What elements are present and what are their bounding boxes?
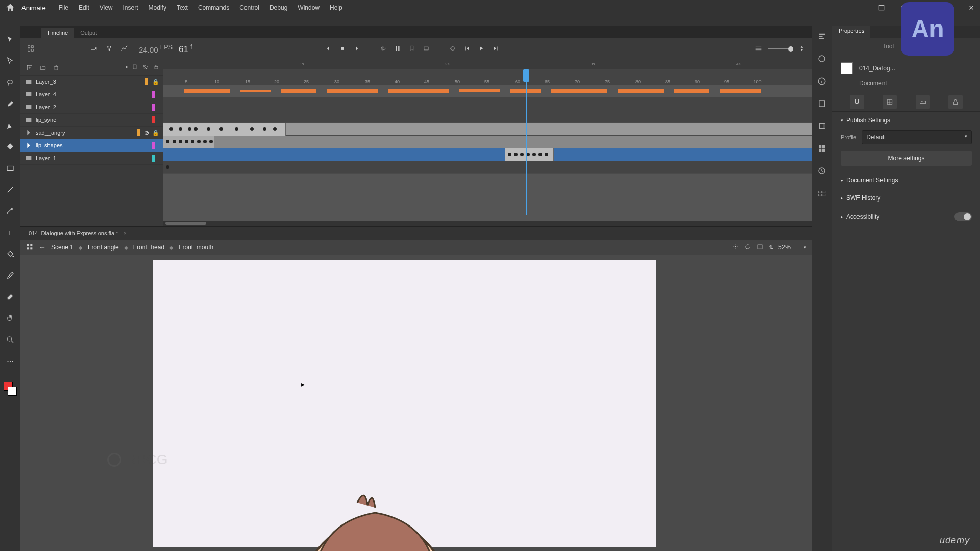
rotate-stage-icon[interactable] <box>744 243 751 252</box>
eraser-tool-icon[interactable] <box>4 291 16 303</box>
outline-icon[interactable] <box>132 64 138 72</box>
workspace-icon[interactable] <box>878 4 885 11</box>
lock-column-icon[interactable] <box>153 64 159 72</box>
breadcrumb-scene[interactable]: Scene 1 <box>51 244 74 251</box>
clip-stage-icon[interactable] <box>756 243 764 252</box>
camera-icon[interactable] <box>90 44 98 54</box>
info-panel-icon[interactable] <box>817 77 827 87</box>
new-layer-icon[interactable] <box>24 63 35 73</box>
go-end-icon[interactable] <box>492 45 499 53</box>
menu-debug[interactable]: Debug <box>270 4 287 11</box>
zoom-dropdown-icon[interactable]: ▾ <box>804 245 806 250</box>
menu-commands[interactable]: Commands <box>198 4 229 11</box>
new-folder-icon[interactable] <box>38 63 48 73</box>
stage[interactable]: ▸ RRCG RRCG 人人素 <box>20 255 812 551</box>
breadcrumb-item[interactable]: Front_mouth <box>179 244 213 251</box>
highlight-icon[interactable]: • <box>126 64 128 72</box>
timeline-hscroll[interactable] <box>163 221 812 226</box>
document-tab[interactable]: 014_Dialogue with Expressions.fla * <box>24 229 122 238</box>
color-panel-icon[interactable] <box>817 54 827 64</box>
tab-output[interactable]: Output <box>74 28 103 38</box>
breadcrumb-item[interactable]: Front angle <box>88 244 119 251</box>
more-settings-button[interactable]: More settings <box>841 151 972 166</box>
step-back-icon[interactable] <box>325 45 332 53</box>
eyedropper-tool-icon[interactable] <box>4 269 16 282</box>
paint-bucket-icon[interactable] <box>4 248 16 260</box>
keyframe-span[interactable] <box>505 148 554 161</box>
layer-row[interactable]: Layer_2 <box>20 101 163 114</box>
close-icon[interactable] <box>968 4 975 11</box>
delete-layer-icon[interactable] <box>51 63 61 73</box>
pen-tool-icon[interactable] <box>4 119 16 132</box>
section-document-settings[interactable]: ▸ Document Settings <box>841 177 972 184</box>
track[interactable] <box>163 97 812 110</box>
rectangle-tool-icon[interactable] <box>4 162 16 174</box>
home-icon[interactable] <box>5 3 15 13</box>
layer-row[interactable]: lip_shapes <box>20 139 163 152</box>
properties-tab[interactable]: Properties <box>832 26 870 38</box>
section-swf-history[interactable]: ▸ SWF History <box>841 194 972 202</box>
layer-row[interactable]: sad__angry ⊘🔒 <box>20 127 163 139</box>
frame-ruler[interactable]: 5 10 15 20 25 30 35 40 45 50 55 60 65 70… <box>163 69 812 85</box>
brush-tool-icon[interactable] <box>4 98 16 110</box>
menu-view[interactable]: View <box>100 4 113 11</box>
zoom-fit-icon[interactable] <box>798 45 805 53</box>
zoom-tl-icon[interactable] <box>754 44 763 54</box>
tab-timeline[interactable]: Timeline <box>41 28 74 38</box>
layer-row[interactable]: lip_sync <box>20 114 163 127</box>
grid-icon[interactable] <box>883 95 897 109</box>
track-sadangry[interactable] <box>163 136 812 148</box>
menu-text[interactable]: Text <box>177 4 188 11</box>
close-tab-icon[interactable]: × <box>124 230 127 236</box>
edit-scene-icon[interactable] <box>26 243 34 252</box>
snap-icon[interactable] <box>850 95 864 109</box>
fps-value[interactable]: 24.00 <box>139 45 158 54</box>
profile-select[interactable]: Default ▾ <box>862 130 972 144</box>
menu-control[interactable]: Control <box>239 4 259 11</box>
fit-icon[interactable]: ⇅ <box>769 244 773 251</box>
track[interactable] <box>163 161 812 174</box>
selection-tool-icon[interactable] <box>4 34 16 46</box>
center-stage-icon[interactable] <box>732 243 739 252</box>
layer-row[interactable]: Layer_3 🔒 <box>20 76 163 88</box>
onion-skin-icon[interactable] <box>380 45 387 53</box>
onion-icon[interactable] <box>27 44 35 54</box>
step-fwd-icon[interactable] <box>353 45 360 53</box>
menu-modify[interactable]: Modify <box>149 4 166 11</box>
section-accessibility[interactable]: ▸ Accessibility <box>841 212 972 221</box>
accessibility-toggle[interactable] <box>954 212 972 221</box>
bone-tool-icon[interactable] <box>4 205 16 217</box>
fill-tool-icon[interactable] <box>4 141 16 153</box>
layer-row[interactable]: Layer_1 <box>20 152 163 165</box>
ruler-icon[interactable] <box>916 95 930 109</box>
menu-insert[interactable]: Insert <box>123 4 138 11</box>
history-panel-icon[interactable] <box>817 166 827 177</box>
keyframe[interactable] <box>166 165 169 169</box>
swatches-panel-icon[interactable] <box>817 144 827 154</box>
components-panel-icon[interactable] <box>817 189 827 199</box>
zoom-slider[interactable] <box>768 48 793 49</box>
hand-tool-icon[interactable] <box>4 312 16 324</box>
transform-panel-icon[interactable] <box>817 121 827 132</box>
fill-color[interactable] <box>8 387 17 396</box>
play-icon[interactable] <box>478 45 485 53</box>
zoom-tool-icon[interactable] <box>4 334 16 346</box>
visibility-column-icon[interactable] <box>142 64 149 72</box>
color-swatches[interactable] <box>4 382 17 396</box>
back-icon[interactable]: ← <box>39 243 46 252</box>
lock-icon[interactable]: 🔒 <box>152 79 159 85</box>
breadcrumb-item[interactable]: Front_head <box>133 244 164 251</box>
keyframe-span[interactable] <box>163 123 286 136</box>
hidden-icon[interactable]: ⊘ <box>144 130 149 136</box>
track[interactable] <box>163 110 812 123</box>
loop-icon[interactable] <box>449 45 456 53</box>
zoom-level[interactable]: 52% <box>778 244 799 251</box>
filter-icon[interactable] <box>105 44 113 54</box>
menu-file[interactable]: File <box>59 4 68 11</box>
playhead[interactable] <box>523 69 529 82</box>
stop-icon[interactable] <box>339 45 346 53</box>
lasso-tool-icon[interactable] <box>4 77 16 89</box>
section-publish-settings[interactable]: ▾ Publish Settings <box>841 117 972 124</box>
library-panel-icon[interactable] <box>817 99 827 109</box>
graph-icon[interactable] <box>120 44 129 54</box>
